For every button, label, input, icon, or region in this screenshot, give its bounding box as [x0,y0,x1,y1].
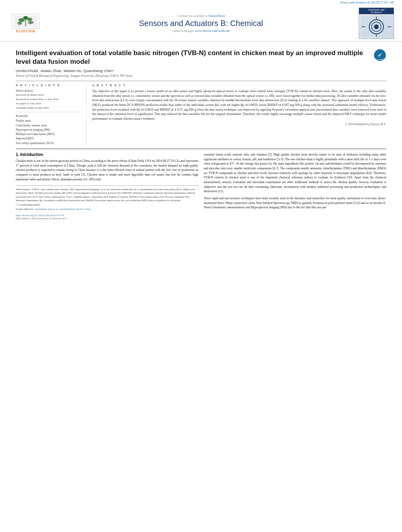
journal-center: Contents lists available at ScienceDirec… [43,14,359,33]
corresponding-marker: * [113,69,114,73]
sensors-logo-image [359,14,394,39]
article-title: Intelligent evaluation of total volatile… [16,49,370,66]
sensors-logo-label: SENSORS andAcTuators [359,8,394,14]
keyword-3: Hyperspectral imaging (HSI) [16,128,82,132]
keyword-6: Ant colony optimization (ACO) [16,141,82,145]
article-info-column: A R T I C L E I N F O Article history: R… [16,83,87,145]
intro-para-2: essential amino acids, mineral salts, an… [204,152,386,194]
keywords-heading: Keywords: [16,114,82,118]
keyword-1: Poultry meat [16,119,82,123]
intro-para-1: Chicken meat is one of the fastest-growi… [16,159,198,182]
svg-point-4 [17,22,22,25]
section1-number: 1. [16,152,19,157]
footer-doi: http://dx.doi.org/10.1016/j.snb.2016.07.… [16,214,198,220]
section1-title: 1. Introduction [16,152,198,157]
svg-point-6 [23,16,28,19]
accepted-date: Accepted 15 July 2016 [16,102,82,106]
received-date: Received 30 March 2016 [16,93,82,97]
svg-point-5 [28,21,34,24]
elsevier-logo-box [12,14,39,29]
journal-homepage: journal homepage: www.elsevier.com/locat… [51,29,351,33]
sensors-actuators-logo: SENSORS andAcTuators [359,7,394,39]
history-label: Article history: [16,89,82,93]
article-title-section: Intelligent evaluation of total volatile… [16,49,386,66]
journal-header: ELSEVIER Contents lists available at Sci… [0,5,402,42]
crossmark-logo[interactable]: ✓ CrossMark [374,49,386,62]
article-container: Intelligent evaluation of total volatile… [0,42,402,224]
footnotes-area: Abbreviations: TVB-N, total volatile bas… [16,185,198,211]
received-revised-date: Received in revised form 13 July 2016 [16,98,82,102]
article-info-abstract: A R T I C L E I N F O Article history: R… [16,81,386,145]
keyword-2: Colorimetric sensors array [16,123,82,128]
abstract-column: A B S T R A C T The objective of this pa… [92,83,386,145]
abstract-heading: A B S T R A C T [92,83,386,87]
intro-left-column: 1. Introduction Chicken meat is one of t… [16,152,198,220]
intro-para-3: Three rapid and non-invasive techniques … [204,196,386,210]
abstract-copyright: © 2016 Published by Elsevier B.V. [92,122,386,126]
email-note: E-mail addresses: qschen@ujs.edu.cn, q.s… [16,207,198,211]
authors: Urmila Khulal, Jiewen Zhao, Weiwei Hu, Q… [16,69,386,73]
intro-right-column: essential amino acids, mineral salts, an… [204,152,386,220]
abstract-text: The objective of this paper is to presen… [92,89,386,121]
corresponding-note: * Corresponding author. [16,203,198,206]
main-content: 1. Introduction Chicken meat is one of t… [16,148,386,220]
svg-point-10 [374,24,379,29]
keyword-4: Multiple level data fusion (MLF) [16,132,82,136]
abbreviations: Abbreviations: TVB-N, total volatile bas… [16,187,198,202]
citation-ref: Sensors and Actuators B 238 (2017) 337–3… [0,0,402,5]
elsevier-logo: ELSEVIER [8,14,43,33]
section1-title-text: Introduction [20,152,43,157]
svg-text:✓: ✓ [378,52,382,58]
author-names: Urmila Khulal, Jiewen Zhao, Weiwei Hu, Q… [16,69,113,73]
sciencedirect-link: Contents lists available at ScienceDirec… [51,14,351,18]
keyword-5: Improved MLF [16,136,82,141]
affiliation: School of Food & Biological Engineering,… [16,74,386,78]
elsevier-brand-text: ELSEVIER [16,30,35,33]
available-date: Available online 16 July 2016 [16,106,82,110]
article-info-heading: A R T I C L E I N F O [16,83,82,87]
journal-title: Sensors and Actuators B: Chemical [51,19,351,28]
svg-text:CrossMark: CrossMark [375,58,385,61]
keywords-section: Keywords: Poultry meat Colorimetric sens… [16,114,82,145]
